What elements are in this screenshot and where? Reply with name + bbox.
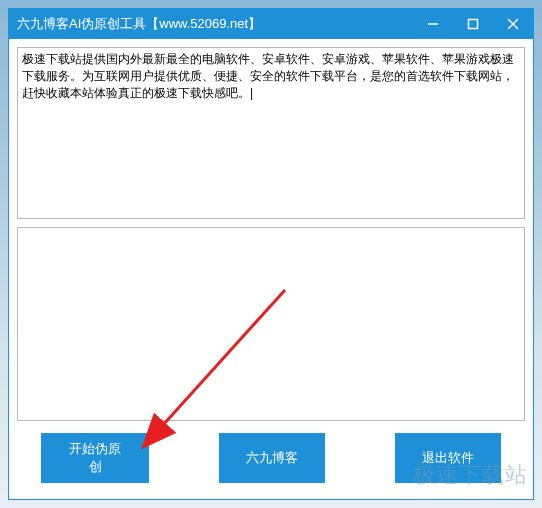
- titlebar: 六九博客AI伪原创工具【www.52069.net】: [9, 9, 533, 39]
- close-button[interactable]: [493, 9, 533, 39]
- minimize-button[interactable]: [413, 9, 453, 39]
- start-button[interactable]: 开始伪原创: [41, 433, 149, 483]
- close-icon: [507, 18, 519, 30]
- window-title: 六九博客AI伪原创工具【www.52069.net】: [17, 15, 413, 33]
- minimize-icon: [427, 18, 439, 30]
- maximize-button[interactable]: [453, 9, 493, 39]
- maximize-icon: [467, 18, 479, 30]
- input-textarea[interactable]: [17, 47, 525, 219]
- app-window: 六九博客AI伪原创工具【www.52069.net】 开始伪原创 六九博客 退出…: [8, 8, 534, 500]
- content-area: 开始伪原创 六九博客 退出软件: [9, 39, 533, 499]
- output-textarea[interactable]: [17, 227, 525, 421]
- exit-button[interactable]: 退出软件: [395, 433, 501, 483]
- button-row: 开始伪原创 六九博客 退出软件: [17, 429, 525, 491]
- svg-rect-1: [469, 20, 478, 29]
- blog-button[interactable]: 六九博客: [219, 433, 325, 483]
